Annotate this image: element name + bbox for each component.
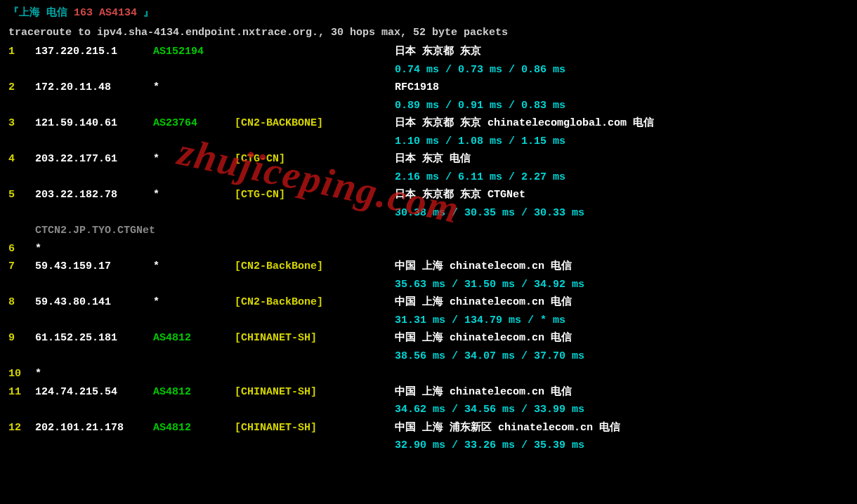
hop-ip: 61.152.25.181 xyxy=(35,329,153,347)
hop-latency: 38.56 ms / 34.07 ms / 37.70 ms xyxy=(395,347,584,366)
hop-ip: 137.220.215.1 xyxy=(35,43,153,61)
hop-number: 1 xyxy=(8,43,35,61)
hop-tag: [CTG-CN] xyxy=(235,150,395,168)
hop-location: 中国 上海 chinatelecom.cn 电信 xyxy=(395,258,849,276)
hop-location: 中国 上海 chinatelecom.cn 电信 xyxy=(395,329,849,347)
traceroute-header: 『上海 电信 163 AS4134 』 xyxy=(8,4,849,22)
hop-asn: * xyxy=(153,258,235,276)
hop-subtext: CTCN2.JP.TYO.CTGNet xyxy=(35,222,849,240)
hop-ip: 124.74.215.54 xyxy=(35,383,153,402)
hop-ip: 202.101.21.178 xyxy=(35,419,153,437)
hop-number: 6 xyxy=(8,240,35,258)
hop-number: 2 xyxy=(8,79,35,97)
hop-star: * xyxy=(35,240,41,258)
hop-asn: AS4812 xyxy=(153,383,235,402)
hop-row: 5203.22.182.78*[CTG-CN]日本 东京都 东京 CTGNet3… xyxy=(8,186,849,240)
hop-location: 日本 东京都 东京 xyxy=(395,43,849,61)
hop-asn: * xyxy=(153,79,235,97)
hop-ip: 121.59.140.61 xyxy=(35,114,153,133)
hop-asn: AS23764 xyxy=(153,114,235,133)
hop-number: 12 xyxy=(8,419,35,437)
hop-number: 9 xyxy=(8,329,35,347)
hop-row: 10* xyxy=(8,365,849,383)
hop-location: RFC1918 xyxy=(395,79,849,97)
hop-number: 10 xyxy=(8,365,35,383)
hop-row: 6* xyxy=(8,240,849,258)
hop-asn: * xyxy=(153,150,235,168)
hop-row: 2172.20.11.48*RFC19180.89 ms / 0.91 ms /… xyxy=(8,79,849,114)
hop-latency: 35.63 ms / 31.50 ms / 34.92 ms xyxy=(395,276,584,294)
hop-latency: 1.10 ms / 1.08 ms / 1.15 ms xyxy=(395,133,565,151)
hop-ip: 203.22.182.78 xyxy=(35,186,153,204)
hop-latency: 31.31 ms / 134.79 ms / * ms xyxy=(395,312,565,330)
hop-ip: 59.43.80.141 xyxy=(35,293,153,312)
hop-latency: 2.16 ms / 6.11 ms / 2.27 ms xyxy=(395,168,565,187)
hop-asn: AS152194 xyxy=(153,43,235,61)
hop-number: 4 xyxy=(8,150,35,168)
hop-location: 日本 东京 电信 xyxy=(395,150,849,168)
hop-row: 11124.74.215.54AS4812[CHINANET-SH]中国 上海 … xyxy=(8,383,849,419)
hop-row: 859.43.80.141*[CN2-BackBone]中国 上海 chinat… xyxy=(8,293,849,329)
hop-tag: [CTG-CN] xyxy=(235,186,395,204)
hop-number: 8 xyxy=(8,293,35,312)
hop-row: 4203.22.177.61*[CTG-CN]日本 东京 电信2.16 ms /… xyxy=(8,150,849,186)
traceroute-command: traceroute to ipv4.sha-4134.endpoint.nxt… xyxy=(8,24,849,42)
hop-tag: [CHINANET-SH] xyxy=(235,419,395,437)
hop-asn: AS4812 xyxy=(153,419,235,437)
hop-latency: 0.89 ms / 0.91 ms / 0.83 ms xyxy=(395,97,565,115)
hop-row: 3121.59.140.61AS23764[CN2-BACKBONE]日本 东京… xyxy=(8,114,849,150)
hop-latency: 32.90 ms / 33.26 ms / 35.39 ms xyxy=(395,437,584,455)
hop-asn: * xyxy=(153,293,235,312)
hop-asn: AS4812 xyxy=(153,329,235,347)
hop-latency: 34.62 ms / 34.56 ms / 33.99 ms xyxy=(395,401,584,419)
hop-ip: 59.43.159.17 xyxy=(35,258,153,276)
hop-location: 日本 东京都 东京 CTGNet xyxy=(395,186,849,204)
hop-row: 759.43.159.17*[CN2-BackBone]中国 上海 chinat… xyxy=(8,258,849,293)
hop-star: * xyxy=(35,365,41,383)
hop-location: 日本 东京都 东京 chinatelecomglobal.com 电信 xyxy=(395,114,849,133)
hop-number: 5 xyxy=(8,186,35,204)
hop-number: 3 xyxy=(8,114,35,133)
hop-tag: [CHINANET-SH] xyxy=(235,329,395,347)
hop-location: 中国 上海 chinatelecom.cn 电信 xyxy=(395,293,849,312)
hop-ip: 172.20.11.48 xyxy=(35,79,153,97)
hop-tag: [CHINANET-SH] xyxy=(235,383,395,402)
hop-ip: 203.22.177.61 xyxy=(35,150,153,168)
hop-row: 1137.220.215.1AS152194日本 东京都 东京0.74 ms /… xyxy=(8,43,849,79)
hops-container: 1137.220.215.1AS152194日本 东京都 东京0.74 ms /… xyxy=(8,43,849,455)
hop-number: 11 xyxy=(8,383,35,402)
hop-row: 12202.101.21.178AS4812[CHINANET-SH]中国 上海… xyxy=(8,419,849,455)
hop-latency: 30.38 ms / 30.35 ms / 30.33 ms xyxy=(395,204,584,223)
hop-asn: * xyxy=(153,186,235,204)
hop-tag: [CN2-BackBone] xyxy=(235,258,395,276)
hop-latency: 0.74 ms / 0.73 ms / 0.86 ms xyxy=(395,61,565,79)
hop-tag: [CN2-BackBone] xyxy=(235,293,395,312)
hop-location: 中国 上海 浦东新区 chinatelecom.cn 电信 xyxy=(395,419,849,437)
hop-number: 7 xyxy=(8,258,35,276)
hop-location: 中国 上海 chinatelecom.cn 电信 xyxy=(395,383,849,402)
hop-tag: [CN2-BACKBONE] xyxy=(235,114,395,133)
hop-row: 961.152.25.181AS4812[CHINANET-SH]中国 上海 c… xyxy=(8,329,849,365)
